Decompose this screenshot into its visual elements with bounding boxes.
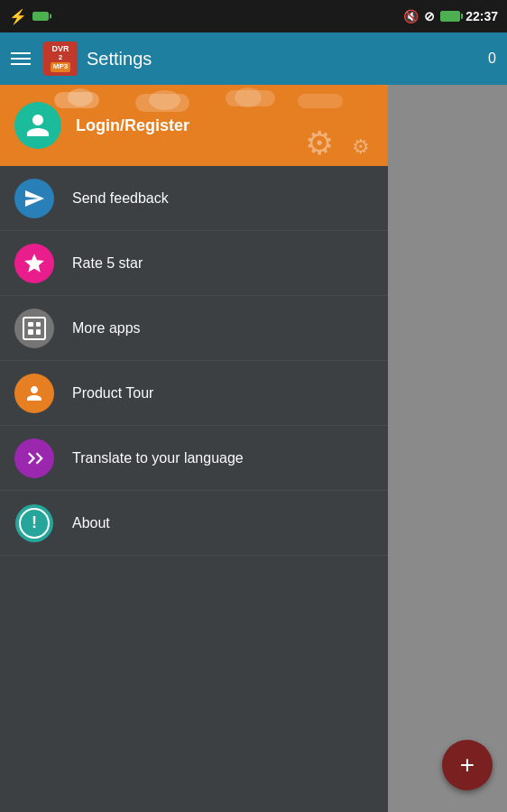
product-tour-icon	[14, 374, 54, 413]
rate-star-icon	[14, 244, 54, 283]
logo-to: 2	[59, 54, 62, 62]
avatar	[14, 102, 61, 149]
translate-label: Translate to your language	[72, 450, 244, 466]
battery-full-icon	[440, 11, 460, 22]
clock: 22:37	[466, 9, 498, 23]
status-bar: ⚡ 🔇 ⊘ 22:37	[0, 0, 507, 32]
fab-button[interactable]: +	[442, 740, 493, 790]
hamburger-menu-icon[interactable]	[11, 52, 31, 65]
send-feedback-label: Send feedback	[72, 190, 169, 207]
more-apps-label: More apps	[72, 320, 141, 337]
app-logo: DVR 2 MP3	[43, 42, 78, 76]
product-tour-label: Product Tour	[72, 385, 153, 401]
status-left: ⚡	[9, 8, 49, 25]
settings-panel: ⚙ ⚙ Login/Register Send feedback Rate 5 …	[0, 85, 388, 812]
login-register-label: Login/Register	[76, 116, 189, 135]
page-title: Settings	[87, 49, 479, 69]
gear-icon-2: ⚙	[352, 135, 370, 159]
user-icon	[24, 112, 51, 139]
menu-item-more-apps[interactable]: More apps	[0, 296, 388, 361]
battery-small-icon	[32, 12, 49, 21]
mute-icon: 🔇	[403, 9, 419, 23]
more-apps-icon	[14, 309, 54, 348]
menu-item-about[interactable]: ! About	[0, 491, 388, 556]
about-label: About	[72, 515, 110, 531]
usb-icon: ⚡	[9, 8, 27, 25]
menu-item-send-feedback[interactable]: Send feedback	[0, 166, 388, 231]
toolbar-badge: 0	[488, 51, 496, 67]
translate-icon	[14, 438, 54, 478]
menu-item-product-tour[interactable]: Product Tour	[0, 361, 388, 426]
logo-mp3: MP3	[51, 62, 70, 72]
cloud-1b	[68, 88, 93, 106]
login-register-banner[interactable]: ⚙ ⚙ Login/Register	[0, 85, 388, 166]
rate-star-label: Rate 5 star	[72, 255, 143, 272]
cloud-2b	[149, 90, 180, 110]
status-right: 🔇 ⊘ 22:37	[403, 9, 498, 23]
cloud-3b	[235, 88, 262, 107]
right-panel: +	[388, 85, 507, 812]
gear-icon-1: ⚙	[305, 125, 334, 162]
about-icon-wrapper: !	[14, 503, 54, 543]
fab-plus-icon: +	[460, 752, 475, 778]
menu-item-translate[interactable]: Translate to your language	[0, 426, 388, 491]
send-feedback-icon	[14, 179, 54, 218]
cloud-4	[298, 94, 343, 108]
circle-slash-icon: ⊘	[424, 9, 435, 23]
toolbar: DVR 2 MP3 Settings 0	[0, 32, 507, 85]
about-exclamation-icon: !	[19, 508, 50, 539]
menu-item-rate-star[interactable]: Rate 5 star	[0, 231, 388, 296]
